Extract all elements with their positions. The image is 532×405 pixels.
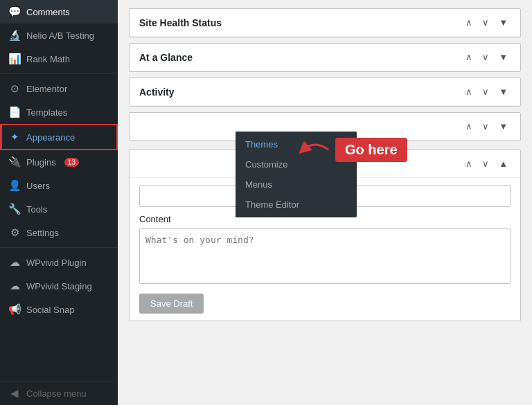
widget-collapse-up[interactable]: ∧ xyxy=(463,16,475,29)
arrow-icon xyxy=(298,137,331,162)
sidebar-item-label: Templates xyxy=(26,107,67,118)
collapse-label: Collapse menu xyxy=(26,388,87,399)
sidebar-item-wpvivid-staging[interactable]: ☁ WPvivid Staging xyxy=(0,274,118,298)
widget-controls: ∧ ∨ ▼ xyxy=(463,85,511,98)
sidebar-item-elementor[interactable]: ⊙ Elementor xyxy=(0,77,118,100)
widget-toggle[interactable]: ▼ xyxy=(496,85,511,98)
widget-collapse-up[interactable]: ∧ xyxy=(463,51,475,64)
widget-site-health: Site Health Status ∧ ∨ ▼ xyxy=(129,8,521,37)
widget-title: Activity xyxy=(139,87,175,98)
widget-toggle[interactable]: ▼ xyxy=(496,51,511,64)
widget-title: Site Health Status xyxy=(139,17,222,28)
users-icon: 👤 xyxy=(8,179,21,192)
draft-textarea[interactable] xyxy=(139,228,511,284)
wpvivid-staging-icon: ☁ xyxy=(8,280,21,292)
sidebar-item-plugins[interactable]: 🔌 Plugins 13 xyxy=(0,150,118,174)
sidebar-item-wpvivid[interactable]: ☁ WPvivid Plugin xyxy=(0,251,118,274)
sidebar-divider xyxy=(0,73,118,74)
sidebar: 💬 Comments 🔬 Nelio A/B Testing 📊 Rank Ma… xyxy=(0,0,118,405)
sidebar-item-nelio[interactable]: 🔬 Nelio A/B Testing xyxy=(0,24,118,47)
settings-icon: ⚙ xyxy=(8,226,21,239)
templates-icon: 📄 xyxy=(8,106,21,118)
sidebar-item-templates[interactable]: 📄 Templates xyxy=(0,100,118,124)
sidebar-item-label: Nelio A/B Testing xyxy=(26,30,94,41)
dropdown-item-menus[interactable]: Menus xyxy=(236,174,357,195)
main-content: Site Health Status ∧ ∨ ▼ At a Glance ∧ ∨… xyxy=(118,0,532,405)
comments-icon: 💬 xyxy=(8,6,21,18)
rankmath-icon: 📊 xyxy=(8,53,21,65)
widget-activity: Activity ∧ ∨ ▼ xyxy=(129,78,521,107)
sidebar-item-label: Social Snap xyxy=(26,305,74,315)
widget-toggle-up[interactable]: ▲ xyxy=(496,157,511,170)
widget-collapse-up[interactable]: ∧ xyxy=(463,85,475,98)
elementor-icon: ⊙ xyxy=(8,82,21,95)
widget-at-a-glance: At a Glance ∧ ∨ ▼ xyxy=(129,43,521,72)
tools-icon: 🔧 xyxy=(8,203,21,215)
go-here-label: Go here xyxy=(335,138,407,162)
widget-controls: ∧ ∨ ▼ xyxy=(463,16,511,29)
sidebar-item-tools[interactable]: 🔧 Tools xyxy=(0,197,118,221)
plugins-icon: 🔌 xyxy=(8,156,21,168)
widget-collapse-down[interactable]: ∨ xyxy=(479,51,492,64)
wpvivid-icon: ☁ xyxy=(8,256,21,269)
sidebar-item-users[interactable]: 👤 Users xyxy=(0,174,118,197)
dropdown-item-theme-editor[interactable]: Theme Editor xyxy=(236,195,357,215)
widget-header: Site Health Status ∧ ∨ ▼ xyxy=(130,9,520,37)
sidebar-item-label: Rank Math xyxy=(26,54,70,64)
widget-header: At a Glance ∧ ∨ ▼ xyxy=(130,44,520,71)
sidebar-item-label: Users xyxy=(26,181,50,191)
sidebar-item-comments[interactable]: 💬 Comments xyxy=(0,0,118,24)
sidebar-item-label: Plugins xyxy=(26,157,56,168)
go-here-annotation: Go here xyxy=(298,137,407,162)
widget-collapse-down[interactable]: ∨ xyxy=(479,157,492,170)
widget-toggle[interactable]: ▼ xyxy=(496,120,511,133)
nelio-icon: 🔬 xyxy=(8,29,21,42)
widget-controls: ∧ ∨ ▼ xyxy=(463,51,511,64)
widget-title: At a Glance xyxy=(139,52,193,63)
widget-controls: ∧ ∨ ▼ xyxy=(463,120,511,133)
widget-header: Activity ∧ ∨ ▼ xyxy=(130,78,520,106)
widget-collapse-up[interactable]: ∧ xyxy=(463,157,475,170)
save-draft-button[interactable]: Save Draft xyxy=(139,294,204,314)
sidebar-item-rankmath[interactable]: 📊 Rank Math xyxy=(0,47,118,71)
widget-collapse-down[interactable]: ∨ xyxy=(479,16,492,29)
sidebar-item-settings[interactable]: ⚙ Settings xyxy=(0,221,118,244)
widget-controls: ∧ ∨ ▲ xyxy=(463,157,511,170)
sidebar-item-label: Comments xyxy=(26,7,70,17)
widget-toggle[interactable]: ▼ xyxy=(496,16,511,29)
sidebar-item-appearance[interactable]: ✦ Appearance xyxy=(0,124,118,150)
collapse-menu[interactable]: ◀ Collapse menu xyxy=(0,381,118,405)
sidebar-item-label: Elementor xyxy=(26,84,67,94)
widget-collapse-down[interactable]: ∨ xyxy=(479,85,492,98)
sidebar-item-label: WPvivid Staging xyxy=(26,281,92,291)
socialsnap-icon: 📢 xyxy=(8,303,21,316)
sidebar-item-label: Settings xyxy=(26,228,59,238)
sidebar-divider-2 xyxy=(0,247,118,248)
sidebar-item-label: Appearance xyxy=(26,132,75,143)
sidebar-item-label: Tools xyxy=(26,204,47,215)
sidebar-item-label: WPvivid Plugin xyxy=(26,258,87,268)
plugins-badge: 13 xyxy=(64,158,79,167)
widget-collapse-down[interactable]: ∨ xyxy=(479,120,492,133)
appearance-icon: ✦ xyxy=(8,131,21,143)
widget-collapse-up[interactable]: ∧ xyxy=(463,120,475,133)
sidebar-item-socialsnap[interactable]: 📢 Social Snap xyxy=(0,298,118,321)
collapse-icon: ◀ xyxy=(8,387,21,399)
